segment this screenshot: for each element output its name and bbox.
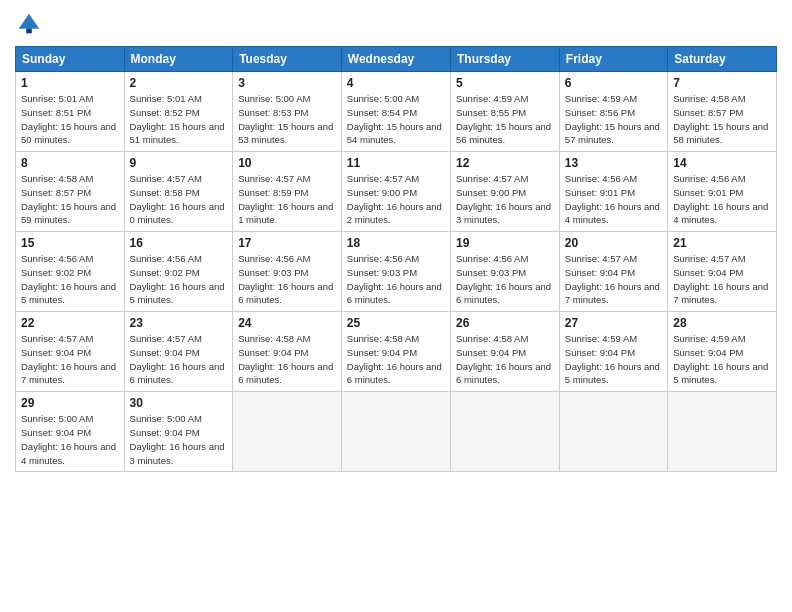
day-number: 28: [673, 316, 771, 330]
day-info: Sunrise: 4:57 AMSunset: 9:04 PMDaylight:…: [130, 332, 228, 387]
calendar-cell: 4Sunrise: 5:00 AMSunset: 8:54 PMDaylight…: [341, 72, 450, 152]
day-number: 19: [456, 236, 554, 250]
day-info: Sunrise: 4:56 AMSunset: 9:02 PMDaylight:…: [21, 252, 119, 307]
svg-rect-1: [26, 29, 32, 34]
day-info: Sunrise: 4:56 AMSunset: 9:03 PMDaylight:…: [347, 252, 445, 307]
calendar-cell: 6Sunrise: 4:59 AMSunset: 8:56 PMDaylight…: [559, 72, 667, 152]
day-info: Sunrise: 5:00 AMSunset: 8:53 PMDaylight:…: [238, 92, 336, 147]
day-number: 15: [21, 236, 119, 250]
day-number: 12: [456, 156, 554, 170]
day-info: Sunrise: 4:59 AMSunset: 8:55 PMDaylight:…: [456, 92, 554, 147]
day-number: 22: [21, 316, 119, 330]
day-info: Sunrise: 4:58 AMSunset: 8:57 PMDaylight:…: [21, 172, 119, 227]
day-number: 4: [347, 76, 445, 90]
calendar-cell: 25Sunrise: 4:58 AMSunset: 9:04 PMDayligh…: [341, 312, 450, 392]
weekday-header: Saturday: [668, 47, 777, 72]
weekday-header: Sunday: [16, 47, 125, 72]
logo-icon: [15, 10, 43, 38]
calendar-row: 15Sunrise: 4:56 AMSunset: 9:02 PMDayligh…: [16, 232, 777, 312]
day-number: 8: [21, 156, 119, 170]
day-info: Sunrise: 4:57 AMSunset: 9:04 PMDaylight:…: [673, 252, 771, 307]
logo: [15, 10, 45, 38]
day-number: 23: [130, 316, 228, 330]
calendar-row: 29Sunrise: 5:00 AMSunset: 9:04 PMDayligh…: [16, 392, 777, 472]
day-number: 20: [565, 236, 662, 250]
day-info: Sunrise: 4:57 AMSunset: 9:04 PMDaylight:…: [21, 332, 119, 387]
day-info: Sunrise: 5:00 AMSunset: 8:54 PMDaylight:…: [347, 92, 445, 147]
calendar-cell: 29Sunrise: 5:00 AMSunset: 9:04 PMDayligh…: [16, 392, 125, 472]
weekday-header: Monday: [124, 47, 233, 72]
calendar-cell: [668, 392, 777, 472]
weekday-header: Thursday: [451, 47, 560, 72]
day-number: 2: [130, 76, 228, 90]
calendar-cell: [559, 392, 667, 472]
calendar-cell: 17Sunrise: 4:56 AMSunset: 9:03 PMDayligh…: [233, 232, 342, 312]
day-info: Sunrise: 4:59 AMSunset: 9:04 PMDaylight:…: [673, 332, 771, 387]
day-number: 18: [347, 236, 445, 250]
day-number: 24: [238, 316, 336, 330]
calendar-cell: 8Sunrise: 4:58 AMSunset: 8:57 PMDaylight…: [16, 152, 125, 232]
calendar-cell: 3Sunrise: 5:00 AMSunset: 8:53 PMDaylight…: [233, 72, 342, 152]
calendar-cell: 19Sunrise: 4:56 AMSunset: 9:03 PMDayligh…: [451, 232, 560, 312]
day-info: Sunrise: 4:56 AMSunset: 9:01 PMDaylight:…: [565, 172, 662, 227]
day-number: 7: [673, 76, 771, 90]
day-info: Sunrise: 4:56 AMSunset: 9:03 PMDaylight:…: [238, 252, 336, 307]
calendar-cell: 1Sunrise: 5:01 AMSunset: 8:51 PMDaylight…: [16, 72, 125, 152]
day-info: Sunrise: 4:59 AMSunset: 8:56 PMDaylight:…: [565, 92, 662, 147]
day-info: Sunrise: 4:57 AMSunset: 8:59 PMDaylight:…: [238, 172, 336, 227]
calendar-cell: [341, 392, 450, 472]
day-info: Sunrise: 5:00 AMSunset: 9:04 PMDaylight:…: [21, 412, 119, 467]
calendar-cell: 30Sunrise: 5:00 AMSunset: 9:04 PMDayligh…: [124, 392, 233, 472]
day-info: Sunrise: 5:00 AMSunset: 9:04 PMDaylight:…: [130, 412, 228, 467]
calendar-cell: 28Sunrise: 4:59 AMSunset: 9:04 PMDayligh…: [668, 312, 777, 392]
day-info: Sunrise: 4:57 AMSunset: 9:00 PMDaylight:…: [347, 172, 445, 227]
day-info: Sunrise: 4:58 AMSunset: 9:04 PMDaylight:…: [238, 332, 336, 387]
calendar-cell: 26Sunrise: 4:58 AMSunset: 9:04 PMDayligh…: [451, 312, 560, 392]
day-number: 26: [456, 316, 554, 330]
calendar-cell: [233, 392, 342, 472]
weekday-header: Friday: [559, 47, 667, 72]
day-number: 9: [130, 156, 228, 170]
day-info: Sunrise: 4:57 AMSunset: 9:00 PMDaylight:…: [456, 172, 554, 227]
day-info: Sunrise: 4:58 AMSunset: 8:57 PMDaylight:…: [673, 92, 771, 147]
day-info: Sunrise: 4:58 AMSunset: 9:04 PMDaylight:…: [347, 332, 445, 387]
calendar-row: 1Sunrise: 5:01 AMSunset: 8:51 PMDaylight…: [16, 72, 777, 152]
day-number: 11: [347, 156, 445, 170]
calendar-cell: 18Sunrise: 4:56 AMSunset: 9:03 PMDayligh…: [341, 232, 450, 312]
day-info: Sunrise: 4:58 AMSunset: 9:04 PMDaylight:…: [456, 332, 554, 387]
day-number: 16: [130, 236, 228, 250]
weekday-header: Wednesday: [341, 47, 450, 72]
day-number: 5: [456, 76, 554, 90]
day-number: 27: [565, 316, 662, 330]
calendar-cell: 14Sunrise: 4:56 AMSunset: 9:01 PMDayligh…: [668, 152, 777, 232]
day-info: Sunrise: 4:57 AMSunset: 8:58 PMDaylight:…: [130, 172, 228, 227]
day-info: Sunrise: 5:01 AMSunset: 8:51 PMDaylight:…: [21, 92, 119, 147]
day-number: 30: [130, 396, 228, 410]
page: SundayMondayTuesdayWednesdayThursdayFrid…: [0, 0, 792, 612]
calendar-cell: 23Sunrise: 4:57 AMSunset: 9:04 PMDayligh…: [124, 312, 233, 392]
calendar-cell: [451, 392, 560, 472]
day-number: 1: [21, 76, 119, 90]
calendar-cell: 22Sunrise: 4:57 AMSunset: 9:04 PMDayligh…: [16, 312, 125, 392]
calendar-cell: 9Sunrise: 4:57 AMSunset: 8:58 PMDaylight…: [124, 152, 233, 232]
calendar-cell: 27Sunrise: 4:59 AMSunset: 9:04 PMDayligh…: [559, 312, 667, 392]
day-number: 14: [673, 156, 771, 170]
day-info: Sunrise: 4:56 AMSunset: 9:01 PMDaylight:…: [673, 172, 771, 227]
calendar-cell: 7Sunrise: 4:58 AMSunset: 8:57 PMDaylight…: [668, 72, 777, 152]
calendar-cell: 15Sunrise: 4:56 AMSunset: 9:02 PMDayligh…: [16, 232, 125, 312]
calendar-row: 8Sunrise: 4:58 AMSunset: 8:57 PMDaylight…: [16, 152, 777, 232]
calendar-table: SundayMondayTuesdayWednesdayThursdayFrid…: [15, 46, 777, 472]
calendar-cell: 21Sunrise: 4:57 AMSunset: 9:04 PMDayligh…: [668, 232, 777, 312]
day-number: 3: [238, 76, 336, 90]
day-number: 13: [565, 156, 662, 170]
day-number: 17: [238, 236, 336, 250]
calendar-cell: 16Sunrise: 4:56 AMSunset: 9:02 PMDayligh…: [124, 232, 233, 312]
day-info: Sunrise: 4:57 AMSunset: 9:04 PMDaylight:…: [565, 252, 662, 307]
calendar-cell: 10Sunrise: 4:57 AMSunset: 8:59 PMDayligh…: [233, 152, 342, 232]
day-number: 10: [238, 156, 336, 170]
day-info: Sunrise: 4:59 AMSunset: 9:04 PMDaylight:…: [565, 332, 662, 387]
day-number: 21: [673, 236, 771, 250]
calendar-cell: 13Sunrise: 4:56 AMSunset: 9:01 PMDayligh…: [559, 152, 667, 232]
day-info: Sunrise: 4:56 AMSunset: 9:02 PMDaylight:…: [130, 252, 228, 307]
calendar-cell: 2Sunrise: 5:01 AMSunset: 8:52 PMDaylight…: [124, 72, 233, 152]
